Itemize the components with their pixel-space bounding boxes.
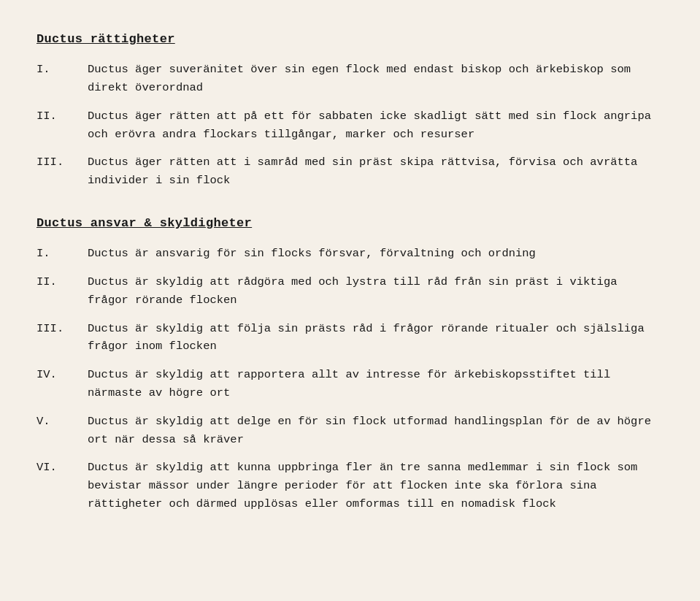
section-title-rattigheter: Ductus rättigheter — [36, 29, 664, 49]
list-numeral: I. — [36, 245, 88, 263]
list-content: Ductus är skyldig att rådgöra med och ly… — [88, 273, 664, 310]
list-numeral: I. — [36, 61, 88, 97]
list-content: Ductus äger suveränitet över sin egen fl… — [88, 61, 664, 97]
list-item: I. Ductus är ansvarig för sin flocks för… — [36, 245, 664, 263]
list-content: Ductus äger rätten att på ett för sabbat… — [88, 107, 664, 144]
list-content: Ductus är skyldig att följa sin prästs r… — [88, 320, 664, 356]
list-item: II. Ductus äger rätten att på ett för sa… — [36, 107, 664, 144]
list-content: Ductus är skyldig att rapportera allt av… — [88, 366, 664, 402]
list-item: IV. Ductus är skyldig att rapportera all… — [36, 366, 664, 402]
list-item: III. Ductus är skyldig att följa sin prä… — [36, 320, 664, 356]
list-item: II. Ductus är skyldig att rådgöra med oc… — [36, 273, 664, 310]
list-numeral: III. — [36, 320, 88, 356]
list-content: Ductus äger rätten att i samråd med sin … — [88, 153, 664, 190]
list-item: V. Ductus är skyldig att delge en för si… — [36, 413, 664, 449]
list-numeral: II. — [36, 107, 88, 144]
section-title-skyldigheter: Ductus ansvar & skyldigheter — [36, 213, 664, 233]
section-skyldigheter: Ductus ansvar & skyldigheter I. Ductus ä… — [36, 213, 664, 513]
list-numeral: VI. — [36, 459, 88, 513]
list-numeral: III. — [36, 153, 88, 190]
list-content: Ductus är ansvarig för sin flocks försva… — [88, 245, 664, 263]
list-item: III. Ductus äger rätten att i samråd med… — [36, 153, 664, 190]
section-rattigheter: Ductus rättigheter I. Ductus äger suverä… — [36, 29, 664, 190]
list-item: I. Ductus äger suveränitet över sin egen… — [36, 61, 664, 97]
list-item: VI. Ductus är skyldig att kunna uppbring… — [36, 459, 664, 513]
list-numeral: IV. — [36, 366, 88, 402]
list-content: Ductus är skyldig att delge en för sin f… — [88, 413, 664, 449]
list-content: Ductus är skyldig att kunna uppbringa fl… — [88, 459, 664, 513]
document: Ductus rättigheter I. Ductus äger suverä… — [36, 29, 664, 513]
list-numeral: V. — [36, 413, 88, 449]
list-numeral: II. — [36, 273, 88, 310]
